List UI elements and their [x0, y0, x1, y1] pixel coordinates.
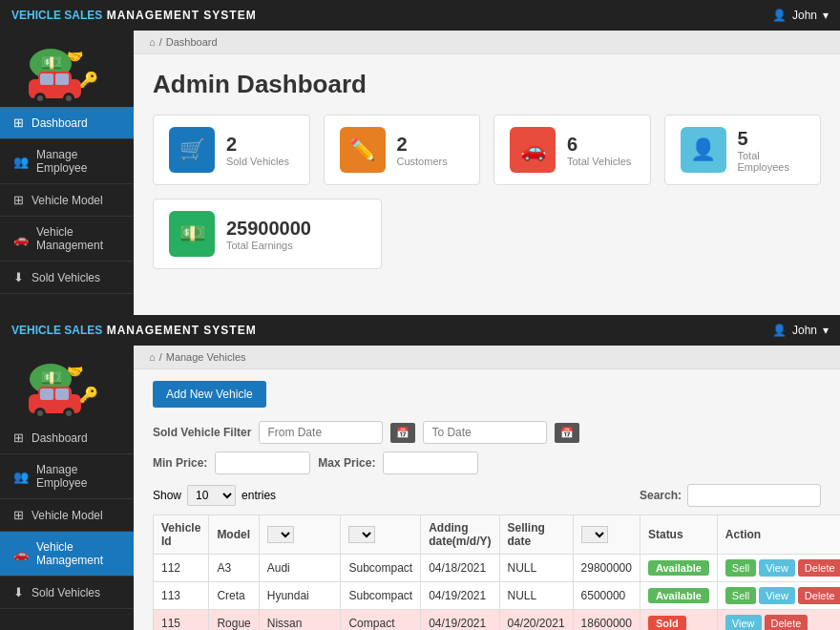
earnings-icon: 💵	[169, 211, 215, 257]
sidebar-item-model-1[interactable]: ⊞ Vehicle Model	[0, 184, 134, 217]
cell-model: Rogue	[209, 610, 259, 631]
svg-point-10	[66, 95, 72, 101]
breadcrumb-1: ⌂ / Dashboard	[134, 31, 840, 54]
total-vehicles-label: Total Vehicles	[567, 156, 631, 167]
col-sell-date: Selling date	[499, 515, 573, 555]
from-date-input[interactable]	[259, 421, 383, 444]
min-price-input[interactable]	[215, 452, 310, 474]
dashboard-icon-2: ⊞	[13, 430, 24, 445]
col-price-filter	[573, 515, 640, 555]
cell-status: Available	[640, 582, 717, 610]
entries-label: entries	[242, 489, 276, 502]
stat-card-total-vehicles: 🚗 6 Total Vehicles	[494, 115, 651, 185]
brand-filter-select[interactable]	[267, 526, 294, 543]
car-logo-svg-2: 💵 🤝 🔑	[14, 352, 119, 419]
view-button[interactable]: View	[759, 587, 795, 604]
price-filter-select[interactable]	[581, 526, 608, 543]
vehicle-icon: 🚗	[13, 232, 29, 246]
cell-add-date: 04/19/2021	[421, 610, 499, 631]
col-action: Action	[717, 515, 840, 555]
home-icon-1: ⌂	[149, 36, 156, 48]
earnings-label: Total Earnings	[226, 240, 311, 251]
action-buttons: View Delete	[725, 615, 840, 630]
svg-text:🤝: 🤝	[67, 364, 84, 380]
employee-icon: 👥	[13, 155, 29, 169]
sidebar-item-vehicle-mgmt-2[interactable]: 🚗 Vehicle Management	[0, 532, 134, 577]
logo-area-1: 💵 🤝 🔑	[0, 31, 134, 107]
col-model: Model	[209, 515, 259, 555]
stats-row: 🛒 2 Sold Vehicles ✏️ 2 Customers	[153, 115, 821, 185]
entries-select[interactable]: 10 25 50 100	[187, 485, 236, 506]
sidebar-item-vehicle-mgmt-1[interactable]: 🚗 Vehicle Management	[0, 217, 134, 262]
to-date-calendar-button[interactable]: 📅	[555, 423, 579, 443]
chevron-down-icon-2: ▾	[823, 324, 829, 337]
table-row: 113 Creta Hyundai Subcompact 04/19/2021 …	[154, 582, 841, 610]
chevron-down-icon: ▾	[823, 9, 829, 22]
sold-label: Sold Vehicles	[226, 156, 289, 167]
view-button[interactable]: View	[759, 559, 795, 577]
breadcrumb-2: ⌂ / Manage Vehicles	[134, 346, 840, 369]
main-manage-vehicles: ⌂ / Manage Vehicles Add New Vehicle Sold…	[134, 346, 840, 630]
cell-add-date: 04/19/2021	[421, 582, 499, 610]
cell-model: Creta	[209, 582, 259, 610]
svg-text:🤝: 🤝	[67, 49, 84, 65]
sold-vehicles-icon: 🛒	[169, 127, 215, 173]
from-date-calendar-button[interactable]: 📅	[390, 423, 415, 443]
cell-brand: Hyundai	[259, 582, 341, 610]
table-row: 115 Rogue Nissan Compact 04/19/2021 04/2…	[154, 610, 841, 631]
col-add-date: Adding date(m/d/Y)	[421, 515, 499, 555]
table-row: 112 A3 Audi Subcompact 04/18/2021 NULL 2…	[154, 555, 841, 582]
customers-icon: ✏️	[340, 127, 386, 173]
total-vehicles-icon: 🚗	[510, 127, 556, 173]
model-icon-2: ⊞	[13, 508, 24, 522]
employee-icon-2: 👥	[13, 470, 29, 484]
employees-label: Total Employees	[738, 150, 806, 173]
sidebar-item-dashboard-1[interactable]: ⊞ Dashboard	[0, 107, 134, 139]
sidebar-2: 💵 🤝 🔑 ⊞ Dashboard 👥	[0, 346, 134, 630]
status-badge: Available	[648, 588, 709, 603]
cell-id: 112	[154, 555, 209, 582]
show-label: Show	[153, 489, 181, 502]
sell-button[interactable]: Sell	[725, 587, 756, 604]
delete-button[interactable]: Delete	[765, 615, 808, 630]
dashboard-icon: ⊞	[13, 116, 24, 130]
stat-card-sold: 🛒 2 Sold Vehicles	[153, 115, 310, 185]
type-filter-select[interactable]	[348, 526, 375, 543]
table-controls: Show 10 25 50 100 entries Search:	[153, 484, 821, 507]
max-price-input[interactable]	[383, 452, 478, 474]
delete-button[interactable]: Delete	[798, 587, 840, 604]
cell-price: 6500000	[573, 582, 640, 610]
main-dashboard: ⌂ / Dashboard Admin Dashboard 🛒 2 Sold V…	[134, 31, 840, 315]
svg-text:🔑: 🔑	[79, 71, 98, 89]
col-brand-filter	[259, 515, 341, 555]
col-type-filter	[341, 515, 421, 555]
sidebar-item-employee-1[interactable]: 👥 Manage Employee	[0, 139, 134, 184]
cell-price: 18600000	[573, 610, 640, 631]
price-row: Min Price: Max Price:	[153, 452, 821, 474]
stat-card-employees: 👤 5 Total Employees	[664, 115, 822, 185]
svg-rect-5	[40, 74, 53, 85]
sell-button[interactable]: Sell	[725, 559, 756, 577]
sidebar-item-sold-1[interactable]: ⬇ Sold Vehicles	[0, 262, 134, 294]
sidebar-item-employee-2[interactable]: 👥 Manage Employee	[0, 454, 134, 499]
customers-count: 2	[397, 134, 448, 156]
sidebar-item-dashboard-2[interactable]: ⊞ Dashboard	[0, 422, 134, 454]
sidebar-1: 💵 🤝 🔑 ⊞ Dashboard	[0, 31, 134, 315]
action-buttons: Sell View Delete	[725, 587, 840, 604]
svg-point-8	[37, 95, 43, 101]
add-vehicle-button[interactable]: Add New Vehicle	[153, 381, 266, 408]
status-badge: Sold	[648, 616, 686, 630]
svg-point-22	[66, 410, 72, 416]
user-menu-2[interactable]: 👤 John ▾	[772, 324, 829, 337]
cell-add-date: 04/18/2021	[421, 555, 499, 582]
table-header-row: Vehicle Id Model Adding date(m/d/Y) Sell…	[154, 515, 841, 555]
delete-button[interactable]: Delete	[798, 559, 840, 577]
search-input[interactable]	[687, 484, 821, 507]
brand-name: VEHICLE SALES MANAGEMENT SYSTEM	[11, 9, 257, 22]
view-button[interactable]: View	[725, 615, 762, 630]
sidebar-item-model-2[interactable]: ⊞ Vehicle Model	[0, 499, 134, 532]
sidebar-item-sold-2[interactable]: ⬇ Sold Vehicles	[0, 577, 134, 609]
to-date-input[interactable]	[423, 421, 547, 444]
svg-rect-18	[55, 388, 69, 400]
user-menu-1[interactable]: 👤 John ▾	[772, 9, 829, 22]
